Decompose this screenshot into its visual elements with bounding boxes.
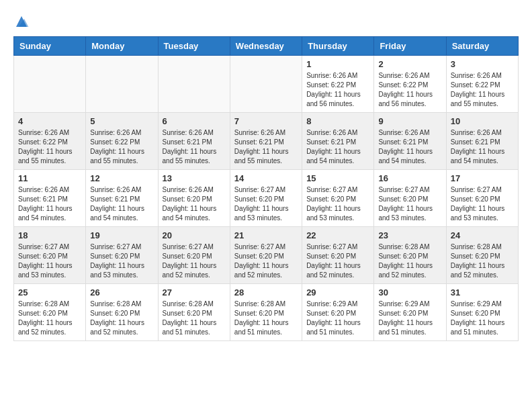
day-number: 10 — [451, 116, 514, 126]
day-number: 25 — [18, 287, 81, 298]
day-info: Sunrise: 6:26 AM Sunset: 6:21 PM Dayligh… — [451, 128, 514, 166]
calendar-cell: 29Sunrise: 6:29 AM Sunset: 6:20 PM Dayli… — [302, 284, 374, 341]
page-header — [13, 13, 519, 30]
calendar-cell: 2Sunrise: 6:26 AM Sunset: 6:22 PM Daylig… — [374, 56, 446, 113]
day-number: 12 — [90, 173, 153, 183]
day-info: Sunrise: 6:26 AM Sunset: 6:22 PM Dayligh… — [306, 71, 369, 109]
day-number: 1 — [306, 59, 369, 69]
day-info: Sunrise: 6:27 AM Sunset: 6:20 PM Dayligh… — [306, 185, 369, 223]
day-number: 29 — [306, 287, 369, 298]
calendar-cell: 3Sunrise: 6:26 AM Sunset: 6:22 PM Daylig… — [446, 56, 518, 113]
day-info: Sunrise: 6:27 AM Sunset: 6:20 PM Dayligh… — [90, 242, 153, 280]
day-number: 31 — [451, 287, 514, 298]
day-info: Sunrise: 6:26 AM Sunset: 6:21 PM Dayligh… — [90, 185, 153, 223]
calendar-header-row: SundayMondayTuesdayWednesdayThursdayFrid… — [14, 37, 519, 56]
day-number: 17 — [451, 173, 514, 183]
calendar-cell — [230, 56, 302, 113]
calendar-cell: 13Sunrise: 6:26 AM Sunset: 6:20 PM Dayli… — [158, 170, 230, 227]
day-number: 21 — [234, 230, 298, 240]
calendar-cell: 10Sunrise: 6:26 AM Sunset: 6:21 PM Dayli… — [446, 113, 518, 170]
calendar-week-row: 18Sunrise: 6:27 AM Sunset: 6:20 PM Dayli… — [14, 227, 519, 284]
day-info: Sunrise: 6:28 AM Sunset: 6:20 PM Dayligh… — [18, 300, 81, 337]
day-number: 9 — [378, 116, 441, 126]
calendar-cell: 12Sunrise: 6:26 AM Sunset: 6:21 PM Dayli… — [86, 170, 158, 227]
day-number: 26 — [90, 287, 153, 298]
day-info: Sunrise: 6:29 AM Sunset: 6:20 PM Dayligh… — [378, 300, 441, 337]
day-info: Sunrise: 6:27 AM Sunset: 6:20 PM Dayligh… — [234, 242, 298, 280]
calendar-cell: 21Sunrise: 6:27 AM Sunset: 6:20 PM Dayli… — [230, 227, 302, 284]
day-info: Sunrise: 6:26 AM Sunset: 6:20 PM Dayligh… — [163, 185, 226, 223]
calendar-cell: 15Sunrise: 6:27 AM Sunset: 6:20 PM Dayli… — [302, 170, 374, 227]
calendar-cell: 25Sunrise: 6:28 AM Sunset: 6:20 PM Dayli… — [14, 284, 86, 341]
calendar-week-row: 25Sunrise: 6:28 AM Sunset: 6:20 PM Dayli… — [14, 284, 519, 341]
calendar-cell — [158, 56, 230, 113]
day-number: 5 — [90, 116, 153, 126]
day-info: Sunrise: 6:26 AM Sunset: 6:21 PM Dayligh… — [234, 128, 298, 166]
day-info: Sunrise: 6:27 AM Sunset: 6:20 PM Dayligh… — [378, 185, 441, 223]
day-number: 16 — [378, 173, 441, 183]
day-info: Sunrise: 6:28 AM Sunset: 6:20 PM Dayligh… — [163, 300, 226, 337]
day-info: Sunrise: 6:26 AM Sunset: 6:22 PM Dayligh… — [90, 128, 153, 166]
day-number: 2 — [378, 59, 441, 69]
col-header-tuesday: Tuesday — [158, 37, 230, 56]
day-number: 8 — [306, 116, 369, 126]
day-info: Sunrise: 6:27 AM Sunset: 6:20 PM Dayligh… — [163, 242, 226, 280]
calendar-week-row: 11Sunrise: 6:26 AM Sunset: 6:21 PM Dayli… — [14, 170, 519, 227]
logo — [13, 13, 32, 30]
day-number: 30 — [378, 287, 441, 298]
calendar-cell: 6Sunrise: 6:26 AM Sunset: 6:21 PM Daylig… — [158, 113, 230, 170]
col-header-saturday: Saturday — [446, 37, 518, 56]
day-number: 4 — [18, 116, 81, 126]
day-number: 13 — [163, 173, 226, 183]
calendar-cell: 7Sunrise: 6:26 AM Sunset: 6:21 PM Daylig… — [230, 113, 302, 170]
day-info: Sunrise: 6:26 AM Sunset: 6:21 PM Dayligh… — [163, 128, 226, 166]
calendar-cell — [86, 56, 158, 113]
day-info: Sunrise: 6:28 AM Sunset: 6:20 PM Dayligh… — [234, 300, 298, 337]
col-header-friday: Friday — [374, 37, 446, 56]
day-number: 18 — [18, 230, 81, 240]
day-number: 3 — [451, 59, 514, 69]
day-info: Sunrise: 6:26 AM Sunset: 6:21 PM Dayligh… — [18, 185, 81, 223]
day-info: Sunrise: 6:26 AM Sunset: 6:21 PM Dayligh… — [306, 128, 369, 166]
day-number: 11 — [18, 173, 81, 183]
calendar-cell: 14Sunrise: 6:27 AM Sunset: 6:20 PM Dayli… — [230, 170, 302, 227]
calendar-cell: 16Sunrise: 6:27 AM Sunset: 6:20 PM Dayli… — [374, 170, 446, 227]
day-number: 23 — [378, 230, 441, 240]
calendar-cell: 22Sunrise: 6:27 AM Sunset: 6:20 PM Dayli… — [302, 227, 374, 284]
col-header-thursday: Thursday — [302, 37, 374, 56]
calendar-cell: 9Sunrise: 6:26 AM Sunset: 6:21 PM Daylig… — [374, 113, 446, 170]
day-number: 6 — [163, 116, 226, 126]
day-number: 27 — [163, 287, 226, 298]
calendar-week-row: 1Sunrise: 6:26 AM Sunset: 6:22 PM Daylig… — [14, 56, 519, 113]
col-header-sunday: Sunday — [14, 37, 86, 56]
day-info: Sunrise: 6:27 AM Sunset: 6:20 PM Dayligh… — [306, 242, 369, 280]
calendar-cell — [14, 56, 86, 113]
calendar-table: SundayMondayTuesdayWednesdayThursdayFrid… — [13, 36, 519, 341]
col-header-monday: Monday — [86, 37, 158, 56]
day-number: 7 — [234, 116, 298, 126]
calendar-cell: 5Sunrise: 6:26 AM Sunset: 6:22 PM Daylig… — [86, 113, 158, 170]
day-info: Sunrise: 6:28 AM Sunset: 6:20 PM Dayligh… — [451, 242, 514, 280]
calendar-cell: 27Sunrise: 6:28 AM Sunset: 6:20 PM Dayli… — [158, 284, 230, 341]
day-info: Sunrise: 6:26 AM Sunset: 6:22 PM Dayligh… — [18, 128, 81, 166]
calendar-cell: 23Sunrise: 6:28 AM Sunset: 6:20 PM Dayli… — [374, 227, 446, 284]
calendar-cell: 20Sunrise: 6:27 AM Sunset: 6:20 PM Dayli… — [158, 227, 230, 284]
day-info: Sunrise: 6:26 AM Sunset: 6:22 PM Dayligh… — [378, 71, 441, 109]
calendar-cell: 31Sunrise: 6:29 AM Sunset: 6:20 PM Dayli… — [446, 284, 518, 341]
day-number: 24 — [451, 230, 514, 240]
day-number: 20 — [163, 230, 226, 240]
calendar-cell: 26Sunrise: 6:28 AM Sunset: 6:20 PM Dayli… — [86, 284, 158, 341]
calendar-cell: 30Sunrise: 6:29 AM Sunset: 6:20 PM Dayli… — [374, 284, 446, 341]
calendar-cell: 17Sunrise: 6:27 AM Sunset: 6:20 PM Dayli… — [446, 170, 518, 227]
logo-icon — [13, 13, 30, 30]
calendar-cell: 24Sunrise: 6:28 AM Sunset: 6:20 PM Dayli… — [446, 227, 518, 284]
calendar-cell: 11Sunrise: 6:26 AM Sunset: 6:21 PM Dayli… — [14, 170, 86, 227]
day-info: Sunrise: 6:27 AM Sunset: 6:20 PM Dayligh… — [234, 185, 298, 223]
day-info: Sunrise: 6:26 AM Sunset: 6:22 PM Dayligh… — [451, 71, 514, 109]
col-header-wednesday: Wednesday — [230, 37, 302, 56]
day-number: 19 — [90, 230, 153, 240]
calendar-cell: 19Sunrise: 6:27 AM Sunset: 6:20 PM Dayli… — [86, 227, 158, 284]
day-info: Sunrise: 6:27 AM Sunset: 6:20 PM Dayligh… — [18, 242, 81, 280]
day-info: Sunrise: 6:29 AM Sunset: 6:20 PM Dayligh… — [306, 300, 369, 337]
day-number: 22 — [306, 230, 369, 240]
